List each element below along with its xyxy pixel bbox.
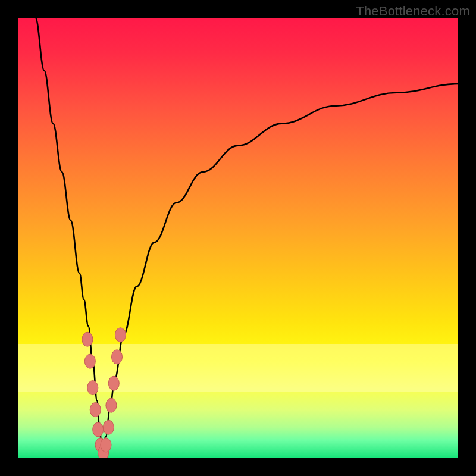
marker-group — [82, 328, 126, 458]
data-marker — [106, 398, 117, 412]
data-marker — [87, 381, 98, 395]
data-marker — [93, 422, 104, 437]
data-marker — [90, 403, 101, 417]
data-marker — [108, 376, 119, 390]
data-marker — [101, 438, 111, 452]
chart-frame: TheBottleneck.com — [0, 0, 476, 476]
data-marker — [115, 328, 126, 342]
curve-layer — [18, 18, 458, 458]
curve-right-branch — [102, 84, 458, 454]
data-marker — [103, 420, 114, 434]
data-marker — [82, 332, 93, 346]
data-marker — [84, 354, 95, 368]
watermark-label: TheBottleneck.com — [356, 4, 470, 19]
data-marker — [112, 350, 123, 364]
plot-area — [18, 18, 458, 458]
